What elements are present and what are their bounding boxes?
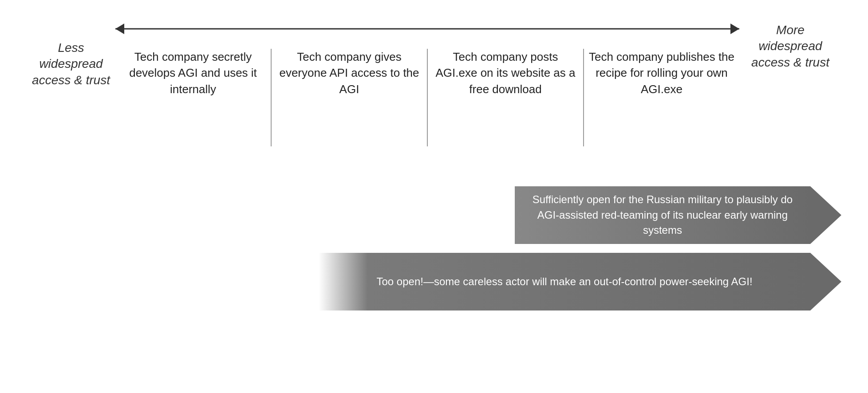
col-label-4: Tech company publishes the recipe for ro… — [584, 49, 739, 97]
upper-arrow-body: Sufficiently open for the Russian milita… — [515, 186, 810, 244]
arrow-right — [730, 24, 739, 34]
left-label: Less widespread access & trust — [27, 18, 115, 88]
axis-arrow — [115, 18, 739, 40]
upper-banner: Sufficiently open for the Russian milita… — [515, 186, 841, 244]
upper-banner-text: Sufficiently open for the Russian milita… — [515, 192, 810, 238]
lower-banner: Too open!—some careless actor will make … — [319, 253, 841, 310]
col-label-3: Tech company posts AGI.exe on its websit… — [428, 49, 583, 97]
col-label-2: Tech company gives everyone API access t… — [272, 49, 427, 97]
diagram-container: Less widespread access & trust Tech comp… — [0, 0, 868, 393]
upper-arrow-tip — [810, 186, 841, 244]
lower-arrow-body: Too open!—some careless actor will make … — [319, 253, 810, 310]
columns-row: Tech company secretly develops AGI and u… — [115, 49, 739, 146]
axis-row: Less widespread access & trust Tech comp… — [27, 18, 841, 146]
lower-banner-text: Too open!—some careless actor will make … — [363, 274, 766, 290]
banners-area: Sufficiently open for the Russian milita… — [115, 186, 841, 310]
right-label: More widespread access & trust — [739, 18, 841, 71]
lower-arrow-tip — [810, 253, 841, 310]
axis-line — [115, 28, 739, 30]
col-label-1: Tech company secretly develops AGI and u… — [115, 49, 271, 97]
axis-and-cols: Tech company secretly develops AGI and u… — [115, 18, 739, 146]
